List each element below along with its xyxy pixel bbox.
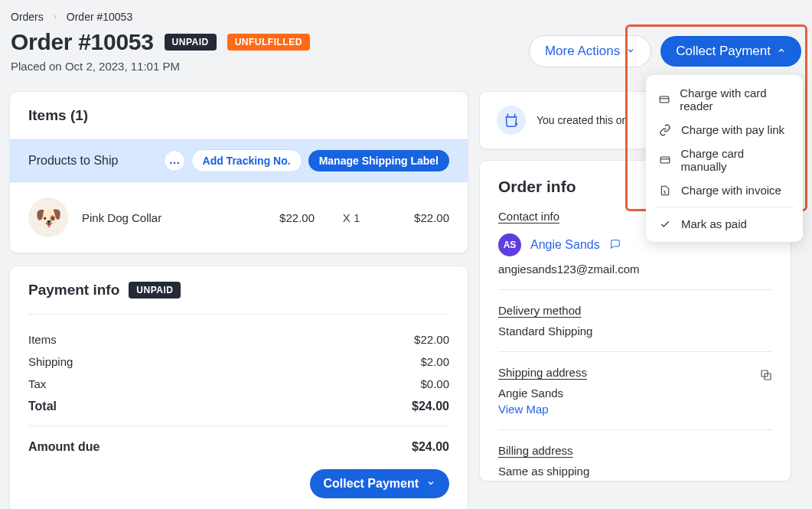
billing-address-label[interactable]: Billing address [498, 444, 573, 457]
avatar: AS [498, 233, 521, 256]
pay-items-value: $22.00 [414, 333, 449, 346]
more-actions-button[interactable]: More Actions [529, 35, 651, 67]
collect-payment-inline-label: Collect Payment [324, 477, 419, 491]
pay-shipping-label: Shipping [28, 355, 73, 368]
dropdown-divider [655, 207, 794, 207]
billing-value: Same as shipping [498, 465, 772, 478]
dropdown-item-card-manual[interactable]: Charge card manually [646, 142, 803, 178]
collect-payment-button[interactable]: Collect Payment [660, 36, 801, 67]
chevron-down-icon [626, 44, 635, 59]
product-name: Pink Dog Collar [82, 211, 240, 224]
breadcrumb-root[interactable]: Orders [11, 11, 44, 23]
dropdown-item-invoice[interactable]: $ Charge with invoice [646, 178, 803, 202]
chat-icon[interactable] [609, 239, 621, 252]
divider [498, 429, 772, 430]
contact-name-link[interactable]: Angie Sands [530, 238, 600, 252]
more-actions-label: More Actions [545, 44, 620, 59]
contact-info-label[interactable]: Contact info [498, 210, 559, 223]
delivery-method-value: Standard Shipping [498, 325, 772, 338]
add-tracking-button[interactable]: Add Tracking No. [191, 149, 302, 172]
product-line-total: $22.00 [388, 211, 449, 224]
shipping-name: Angie Sands [498, 387, 772, 400]
payment-card-title: Payment info [28, 282, 119, 299]
svg-rect-0 [660, 96, 669, 103]
manage-shipping-label-button[interactable]: Manage Shipping Label [308, 150, 449, 171]
credit-card-icon [658, 155, 672, 165]
items-card: Items (1) Products to Ship Add Tracking … [9, 91, 468, 253]
invoice-icon: $ [658, 184, 672, 197]
pay-items-label: Items [28, 333, 57, 346]
link-icon [658, 124, 672, 136]
pay-total-value: $24.00 [412, 400, 449, 413]
products-to-ship-label: Products to Ship [28, 154, 118, 168]
card-reader-icon [658, 94, 670, 105]
contact-email: angiesands123@zmail.com [498, 263, 772, 276]
view-map-link[interactable]: View Map [498, 403, 549, 416]
copy-icon[interactable] [760, 369, 772, 383]
check-icon [658, 219, 672, 230]
svg-text:$: $ [664, 189, 667, 194]
status-badge-unfulfilled: UNFULFILLED [227, 34, 310, 51]
pay-tax-label: Tax [28, 377, 46, 390]
pay-total-label: Total [28, 400, 57, 413]
payment-status-badge: UNPAID [129, 282, 181, 299]
chevron-down-icon [426, 477, 435, 491]
product-price: $22.00 [253, 211, 315, 224]
pay-shipping-value: $2.00 [420, 355, 449, 368]
svg-point-6 [173, 162, 175, 165]
dropdown-item-pay-link[interactable]: Charge with pay link [646, 118, 803, 142]
activity-text: You created this or [536, 114, 625, 126]
payment-card: Payment info UNPAID Items $22.00 Shippin… [9, 266, 468, 509]
collect-payment-label: Collect Payment [676, 44, 771, 59]
placed-timestamp: Placed on Oct 2, 2023, 11:01 PM [11, 60, 310, 73]
chevron-right-icon [51, 11, 59, 23]
svg-point-5 [170, 162, 172, 165]
divider [498, 289, 772, 290]
dropdown-item-label: Mark as paid [681, 217, 747, 230]
collect-payment-inline-button[interactable]: Collect Payment [310, 469, 449, 498]
more-options-button[interactable] [164, 150, 185, 171]
page-title: Order #10053 [11, 29, 154, 55]
items-card-title: Items (1) [28, 107, 449, 124]
dropdown-item-label: Charge with card reader [680, 86, 791, 113]
chevron-up-icon [777, 44, 786, 59]
dropdown-item-mark-paid[interactable]: Mark as paid [646, 212, 803, 236]
svg-rect-2 [660, 157, 670, 163]
product-image: 🐶 [28, 197, 68, 237]
pay-due-label: Amount due [28, 440, 99, 454]
divider [498, 351, 772, 352]
pay-tax-value: $0.00 [420, 377, 449, 390]
pay-due-value: $24.00 [412, 440, 449, 454]
dropdown-item-label: Charge with pay link [681, 123, 784, 136]
product-quantity: X 1 [328, 211, 374, 224]
svg-point-7 [177, 162, 179, 165]
breadcrumb: Orders Order #10053 [8, 8, 804, 29]
breadcrumb-current: Order #10053 [67, 11, 132, 23]
dots-icon [169, 155, 180, 167]
dropdown-item-label: Charge with invoice [681, 184, 781, 197]
dropdown-item-label: Charge card manually [681, 147, 791, 173]
status-badge-unpaid: UNPAID [165, 34, 217, 51]
line-item-row: 🐶 Pink Dog Collar $22.00 X 1 $22.00 [10, 182, 468, 253]
shipping-address-label[interactable]: Shipping address [498, 366, 587, 379]
dropdown-item-card-reader[interactable]: Charge with card reader [646, 81, 803, 118]
collect-payment-dropdown: Charge with card reader Charge with pay … [646, 75, 803, 242]
bag-plus-icon [497, 106, 526, 135]
delivery-method-label[interactable]: Delivery method [498, 304, 581, 317]
